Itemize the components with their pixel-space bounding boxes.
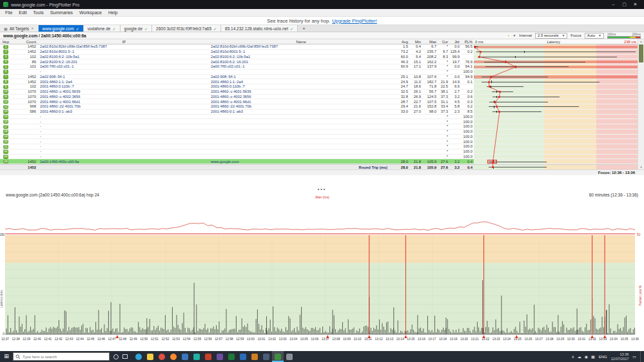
- start-button[interactable]: ⊞: [0, 351, 13, 362]
- col-header-name[interactable]: Name: [208, 40, 391, 44]
- table-row[interactable]: 214522a02:810d:8001:5::12a02:810d:8001:5…: [0, 50, 638, 55]
- col-header-ip[interactable]: IP: [37, 40, 208, 44]
- app-icon-steel[interactable]: [240, 354, 246, 360]
- table-row[interactable]: 20-*100.0: [0, 139, 638, 144]
- app-icon-gray[interactable]: [263, 354, 269, 360]
- menu-item-summaries[interactable]: Summaries: [47, 10, 76, 15]
- col-header-count[interactable]: Count: [12, 40, 37, 44]
- table-row[interactable]: 19-*100.0: [0, 135, 638, 140]
- table-row[interactable]: 31022a02:8100:6:2::10b:5a12a02:8100:6:2:…: [0, 55, 638, 60]
- app-icon-blue-slot[interactable]: [179, 351, 191, 362]
- target-tab[interactable]: 85.14.232.128.static.rdns-uclo.net✓: [221, 25, 298, 32]
- menu-item-workspace[interactable]: Workspace: [76, 10, 105, 15]
- table-row[interactable]: 21-*100.0: [0, 144, 638, 149]
- scroll-down-icon[interactable]: ▼: [638, 165, 644, 169]
- network-icon[interactable]: ▦: [591, 354, 595, 359]
- table-row[interactable]: 17-*100.0: [0, 124, 638, 129]
- app-icon-gray-slot[interactable]: [260, 351, 272, 362]
- firefox-icon-slot[interactable]: [168, 351, 179, 362]
- firefox-icon[interactable]: [170, 354, 177, 360]
- target-tab[interactable]: vodafone.de✓: [84, 25, 121, 32]
- app-icon-purple[interactable]: [217, 354, 223, 360]
- edge-icon-slot[interactable]: [133, 351, 144, 362]
- app-icon-red-slot[interactable]: [202, 351, 214, 362]
- col-header-pl[interactable]: PL%: [460, 40, 474, 44]
- app-icon-steel-slot[interactable]: [237, 351, 249, 362]
- menu-item-edit[interactable]: Edit: [15, 10, 30, 15]
- table-row[interactable]: 1010702001:4860::c:4001:56392001:4860::c…: [0, 90, 638, 95]
- table-row[interactable]: 814522001:4860:1:1::2a42001:4860:1:1::2a…: [0, 79, 638, 84]
- table-row[interactable]: 22-*100.0: [0, 149, 638, 155]
- panel-splitter-handle[interactable]: •••: [0, 187, 644, 191]
- file-explorer-icon-slot[interactable]: [144, 351, 156, 362]
- col-header-hop[interactable]: Hop: [0, 40, 12, 44]
- search-input[interactable]: [23, 355, 106, 359]
- col-header-latency[interactable]: 0 ms Latency 238 ms: [474, 39, 638, 44]
- col-header-min[interactable]: Min: [408, 40, 421, 44]
- tab-all-targets[interactable]: ▦ All Targets ✕: [0, 25, 39, 32]
- table-row[interactable]: 714522a02:908::54:12a02:908::54:125.110.…: [0, 75, 638, 80]
- app-icon-teal[interactable]: [193, 354, 200, 360]
- upgrade-link[interactable]: Upgrade PingPlotter!: [332, 18, 377, 24]
- app-icon-teal-slot[interactable]: [191, 351, 202, 362]
- language-indicator[interactable]: ENG: [599, 355, 607, 359]
- menu-item-help[interactable]: Help: [105, 10, 121, 15]
- browser-icon[interactable]: [159, 354, 165, 360]
- table-row[interactable]: 1110702001:4860::c:4002:36562001:4860::c…: [0, 95, 638, 100]
- target-tab[interactable]: 2600:3c02:f03c:f0ff:feb3:7a65✓: [152, 25, 221, 32]
- round-trip-row[interactable]: 1452 Round Trip (ms) 28.0 21.8 105.9 27.…: [0, 164, 638, 169]
- app-icon-orange[interactable]: [251, 354, 258, 360]
- table-row[interactable]: 23-*100.0: [0, 155, 638, 160]
- task-view-icon[interactable]: [122, 354, 128, 359]
- hidden-icons-chevron[interactable]: ∧: [571, 354, 574, 359]
- time-graph[interactable]: 12:3712:3812:3912:4012:4112:4212:4312:44…: [0, 199, 644, 343]
- show-desktop-button[interactable]: [640, 351, 642, 362]
- table-row[interactable]: 6-*100.0: [0, 70, 638, 75]
- maximize-button[interactable]: ▢: [619, 2, 630, 7]
- table-row[interactable]: 145862001:4860:0:1::ab32001:4860:0:1::ab…: [0, 110, 638, 115]
- table-row[interactable]: 15-*100.0: [0, 115, 638, 120]
- table-row[interactable]: 139682001:4860::22:4001:70b2001:4860::22…: [0, 104, 638, 110]
- app-icon-silver-slot[interactable]: [284, 351, 295, 362]
- cloud-icon[interactable]: ☁: [578, 354, 581, 359]
- table-row[interactable]: 1210702001:4860::c:4001:66d12001:4860::c…: [0, 99, 638, 104]
- file-explorer-icon[interactable]: [147, 354, 153, 360]
- app-icon-purple-slot[interactable]: [214, 351, 226, 362]
- pingplotter-taskbar-icon[interactable]: [275, 354, 281, 360]
- cortana-icon[interactable]: [113, 354, 119, 359]
- minimize-button[interactable]: –: [608, 2, 619, 7]
- table-row[interactable]: 16-*100.0: [0, 119, 638, 124]
- table-row[interactable]: 51012a00:7ff0:c02:c01::12a00:7ff0:c02:c0…: [0, 64, 638, 70]
- edge-icon[interactable]: [135, 354, 142, 360]
- app-icon-blue[interactable]: [182, 354, 188, 360]
- col-header-jttr[interactable]: Jttr: [448, 40, 460, 44]
- table-row[interactable]: 114522a02:810d:82bf:c99b:f2af:85ff:fec5:…: [0, 44, 638, 50]
- interval-select[interactable]: 2.5 seconds ▼: [535, 33, 567, 39]
- app-icon-red[interactable]: [205, 354, 211, 360]
- scrollbar-thumb[interactable]: [639, 44, 643, 62]
- action-center-icon[interactable]: ▭: [632, 354, 636, 359]
- col-header-cur[interactable]: Cur: [436, 40, 448, 44]
- scroll-up-icon[interactable]: ▲: [638, 39, 644, 44]
- browser-icon-slot[interactable]: [156, 351, 168, 362]
- close-button[interactable]: ✕: [630, 2, 641, 7]
- app-icon-green-slot[interactable]: [226, 351, 237, 362]
- pingplotter-taskbar-icon-slot[interactable]: [272, 351, 284, 362]
- table-row[interactable]: 2414522a00:1450:400c:c00:6awww.google.co…: [0, 159, 638, 164]
- chevron-down-icon[interactable]: ▼: [512, 33, 516, 37]
- col-header-avg[interactable]: Avg: [391, 40, 408, 44]
- app-icon-green[interactable]: [228, 354, 235, 360]
- table-row[interactable]: 4892a02:8100:6:2::16:2012a02:8100:6:2::1…: [0, 59, 638, 64]
- table-row[interactable]: 18-*100.0: [0, 129, 638, 135]
- col-header-max[interactable]: Max: [421, 40, 436, 44]
- volume-icon[interactable]: ◉: [585, 354, 588, 359]
- taskbar-clock[interactable]: 13:36 12/07/2017: [611, 352, 629, 361]
- taskbar-search[interactable]: [13, 352, 110, 361]
- add-target-button[interactable]: +: [298, 25, 310, 32]
- table-scrollbar[interactable]: ▲ ▼: [638, 39, 644, 169]
- table-row[interactable]: 91022001:4860:0:110b::72001:4860:0:110b:…: [0, 84, 638, 90]
- target-tab[interactable]: google.de✓: [121, 25, 153, 32]
- menu-item-file[interactable]: File: [2, 10, 15, 15]
- menu-item-tools[interactable]: Tools: [30, 10, 46, 15]
- app-icon-orange-slot[interactable]: [249, 351, 260, 362]
